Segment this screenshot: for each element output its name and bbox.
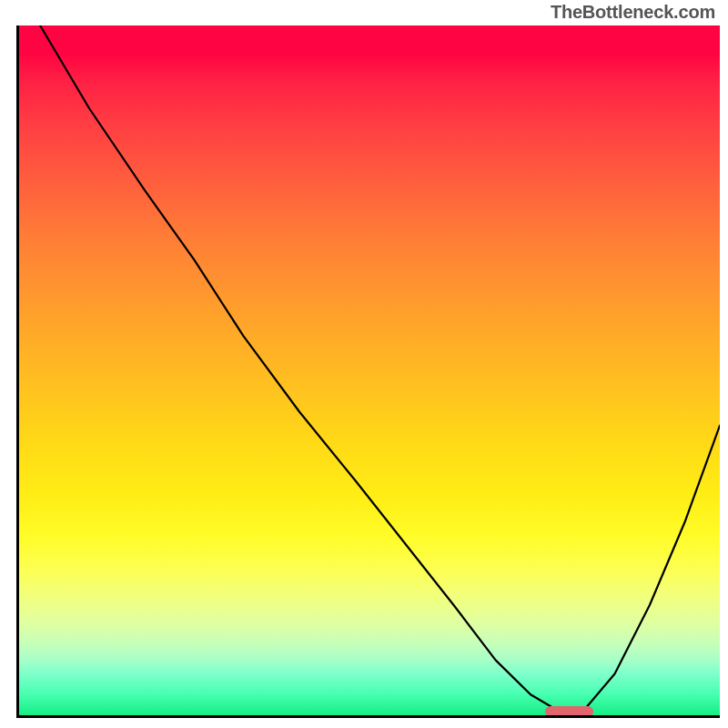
chart-plot-area (16, 25, 720, 718)
watermark-label: TheBottleneck.com (551, 2, 715, 23)
optimal-marker (545, 706, 594, 717)
bottleneck-curve (19, 25, 720, 715)
